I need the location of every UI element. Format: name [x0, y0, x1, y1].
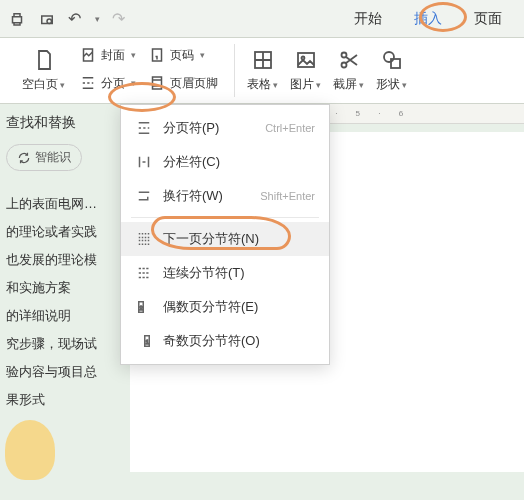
quick-access-toolbar: ↶ ▾ ↷ 开始 插入 页面	[0, 0, 524, 38]
undo-chevron-icon[interactable]: ▾	[95, 14, 100, 24]
section-next-icon	[135, 230, 153, 248]
page-number-button[interactable]: 页码▾	[144, 44, 222, 66]
ribbon-tabs: 开始 插入 页面	[340, 4, 516, 34]
menu-column-break[interactable]: 分栏符(C)	[121, 145, 329, 179]
menu-odd-section[interactable]: 1 奇数页分节符(O)	[121, 324, 329, 358]
svg-point-10	[341, 53, 346, 58]
paging-button[interactable]: 分页▾	[75, 72, 140, 94]
redo-button[interactable]: ↷	[112, 9, 125, 28]
shortcut-label: Ctrl+Enter	[265, 122, 315, 134]
text-fragment: 的详细说明	[6, 307, 114, 325]
page-break-icon	[79, 74, 97, 92]
section-cont-icon	[135, 264, 153, 282]
blank-page-button[interactable]: 空白页▾	[16, 44, 71, 97]
print-icon[interactable]	[8, 10, 26, 28]
find-replace-title: 查找和替换	[6, 114, 114, 132]
picture-button[interactable]: 图片▾	[284, 44, 327, 97]
menu-next-page-section[interactable]: 下一页分节符(N)	[121, 222, 329, 256]
cover-button[interactable]: 封面▾	[75, 44, 140, 66]
ribbon-insert: 空白页▾ 封面▾ 分页▾ 页码▾ 页眉页脚	[0, 38, 524, 104]
text-fragment: 和实施方案	[6, 279, 114, 297]
tab-insert[interactable]: 插入	[400, 4, 456, 34]
text-fragment: 的理论或者实践	[6, 223, 114, 241]
text-fragment: 究步骤，现场试	[6, 335, 114, 353]
pagenum-icon	[148, 46, 166, 64]
page-icon	[32, 48, 56, 72]
header-footer-button[interactable]: 页眉页脚	[144, 72, 222, 94]
svg-point-11	[384, 52, 394, 62]
line-break-icon	[135, 187, 153, 205]
undo-button[interactable]: ↶	[68, 9, 81, 28]
shape-icon	[380, 48, 404, 72]
table-button[interactable]: 表格▾	[241, 44, 284, 97]
menu-page-break[interactable]: 分页符(P) Ctrl+Enter	[121, 111, 329, 145]
menu-separator	[131, 217, 319, 218]
cover-icon	[79, 46, 97, 64]
svg-rect-7	[298, 53, 314, 67]
menu-line-break[interactable]: 换行符(W) Shift+Enter	[121, 179, 329, 213]
svg-rect-0	[13, 16, 22, 22]
section-even-icon: 2	[135, 298, 153, 316]
print-preview-icon[interactable]	[38, 10, 56, 28]
svg-rect-5	[153, 77, 162, 89]
menu-continuous-section[interactable]: 连续分节符(T)	[121, 256, 329, 290]
text-fragment: 验内容与项目总	[6, 363, 114, 381]
find-replace-pane: 查找和替换 智能识 上的表面电网… 的理论或者实践 也发展的理论模 和实施方案 …	[0, 104, 120, 472]
text-fragment: 也发展的理论模	[6, 251, 114, 269]
text-fragment: 上的表面电网…	[6, 195, 114, 213]
text-fragment: 果形式	[6, 391, 114, 409]
page-break-menu: 分页符(P) Ctrl+Enter 分栏符(C) 换行符(W) Shift+En…	[120, 104, 330, 365]
section-odd-icon: 1	[135, 332, 153, 350]
table-icon	[251, 48, 275, 72]
tab-start[interactable]: 开始	[340, 4, 396, 34]
content-area: 查找和替换 智能识 上的表面电网… 的理论或者实践 也发展的理论模 和实施方案 …	[0, 104, 524, 472]
shortcut-label: Shift+Enter	[260, 190, 315, 202]
picture-icon	[294, 48, 318, 72]
scissors-icon	[337, 48, 361, 72]
shape-button[interactable]: 形状▾	[370, 44, 413, 97]
menu-even-section[interactable]: 2 偶数页分节符(E)	[121, 290, 329, 324]
page-break-icon	[135, 119, 153, 137]
svg-point-9	[341, 63, 346, 68]
sync-icon	[17, 151, 31, 165]
column-break-icon	[135, 153, 153, 171]
smart-recognition-chip[interactable]: 智能识	[6, 144, 82, 171]
svg-point-2	[47, 19, 52, 24]
tab-page[interactable]: 页面	[460, 4, 516, 34]
screenshot-button[interactable]: 截屏▾	[327, 44, 370, 97]
header-footer-icon	[148, 74, 166, 92]
